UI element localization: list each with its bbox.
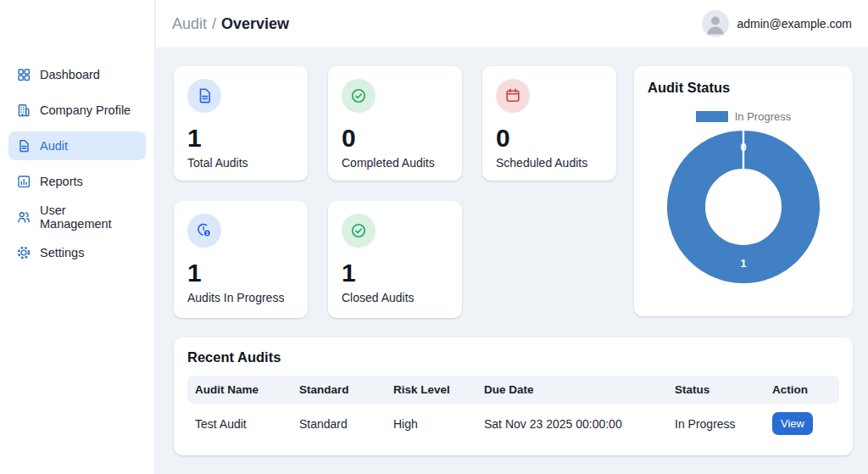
stat-value: 1 <box>342 259 448 287</box>
cell-standard: Standard <box>292 417 386 431</box>
column-header-risk-level: Risk Level <box>386 383 476 396</box>
chart-value-label-top: 0 <box>740 141 746 153</box>
sidebar-item-label: Dashboard <box>40 68 100 81</box>
app-window: Dashboard <box>0 0 868 474</box>
sidebar-item-settings[interactable]: Settings <box>8 238 146 267</box>
check-circle-icon <box>342 79 376 113</box>
building-icon <box>16 103 31 118</box>
table-row: Test Audit Standard High Sat Nov 23 2025… <box>187 404 839 443</box>
user-email: admin@example.com <box>737 17 852 31</box>
bar-chart-icon <box>16 174 31 189</box>
stat-card-closed-audits: 1 Closed Audits <box>328 201 462 318</box>
gear-icon <box>16 245 31 260</box>
sidebar: Dashboard <box>0 0 155 474</box>
page-title: Overview <box>221 15 289 32</box>
stat-label: Closed Audits <box>342 291 448 304</box>
top-header: Audit/Overview admin@example.com <box>156 0 868 48</box>
chart-legend-item[interactable]: In Progress <box>648 110 839 123</box>
file-icon <box>187 79 221 113</box>
chart-value-label-bottom: 1 <box>740 257 746 270</box>
stat-value: 0 <box>496 124 603 152</box>
sidebar-item-label: Audit <box>40 139 68 153</box>
stat-label: Audits In Progress <box>187 291 294 304</box>
user-menu[interactable]: admin@example.com <box>702 10 852 37</box>
stat-card-completed-audits: 0 Completed Audits <box>328 66 462 181</box>
user-avatar-icon <box>702 10 729 37</box>
cell-audit-name: Test Audit <box>187 417 292 431</box>
column-header-action: Action <box>765 383 839 396</box>
column-header-audit-name: Audit Name <box>187 383 292 396</box>
sidebar-item-audit[interactable]: Audit <box>8 131 146 160</box>
sidebar-item-label: Company Profile <box>40 103 131 117</box>
view-button[interactable]: View <box>772 412 813 435</box>
column-header-standard: Standard <box>292 383 386 396</box>
audit-status-panel: Audit Status In Progress 0 1 <box>634 66 853 316</box>
stat-label: Total Audits <box>187 156 294 170</box>
sidebar-item-label: Reports <box>40 175 83 188</box>
recent-audits-title: Recent Audits <box>187 349 839 365</box>
doughnut-chart: 0 1 <box>648 128 839 286</box>
sidebar-item-label: User Management <box>40 204 138 231</box>
cell-risk-level: High <box>386 417 476 431</box>
audit-status-title: Audit Status <box>648 80 839 96</box>
stat-card-scheduled-audits: 0 Scheduled Audits <box>482 66 616 181</box>
stat-value: 0 <box>342 124 448 152</box>
table-header-row: Audit Name Standard Risk Level Due Date … <box>187 376 839 404</box>
check-circle-icon <box>342 214 376 248</box>
stat-label: Scheduled Audits <box>496 156 603 170</box>
cell-status: In Progress <box>667 417 765 431</box>
stat-value: 1 <box>187 259 294 287</box>
dashboard-grid-icon <box>16 67 31 82</box>
cell-due-date: Sat Nov 23 2025 00:00:00 <box>476 417 667 431</box>
clock-badge-icon: 1 <box>187 214 221 248</box>
stat-card-audits-in-progress: 1 1 Audits In Progress <box>174 201 308 318</box>
document-icon <box>16 138 31 153</box>
column-header-status: Status <box>667 383 765 396</box>
breadcrumb-section[interactable]: Audit <box>172 15 207 32</box>
stat-value: 1 <box>187 124 294 152</box>
stat-card-total-audits: 1 Total Audits <box>174 66 308 181</box>
stat-label: Completed Audits <box>342 156 448 170</box>
legend-swatch <box>696 111 728 122</box>
sidebar-item-label: Settings <box>40 246 84 259</box>
sidebar-item-dashboard[interactable]: Dashboard <box>8 60 146 89</box>
recent-audits-panel: Recent Audits Audit Name Standard Risk L… <box>174 337 853 455</box>
sidebar-nav: Dashboard <box>0 60 154 274</box>
breadcrumb: Audit/Overview <box>172 15 289 33</box>
sidebar-item-company-profile[interactable]: Company Profile <box>8 96 146 125</box>
column-header-due-date: Due Date <box>476 383 667 396</box>
users-icon <box>16 209 31 225</box>
breadcrumb-separator: / <box>212 15 216 32</box>
sidebar-item-user-management[interactable]: User Management <box>8 203 146 231</box>
legend-label: In Progress <box>735 110 791 123</box>
sidebar-item-reports[interactable]: Reports <box>8 167 146 196</box>
calendar-icon <box>496 79 530 113</box>
